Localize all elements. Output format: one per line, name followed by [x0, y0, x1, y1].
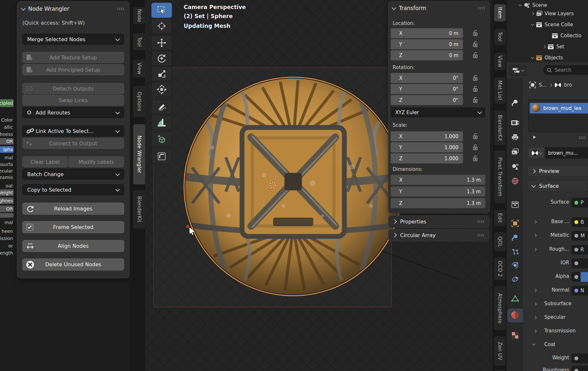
lock-icon[interactable] [471, 132, 479, 140]
lock-icon[interactable] [471, 40, 479, 48]
base-color-row[interactable]: Base ... B [523, 217, 588, 227]
preview-panel-header[interactable]: Preview [527, 165, 588, 177]
outliner-row-set[interactable]: Set [543, 42, 564, 51]
surface-panel-header[interactable]: Surface [527, 180, 588, 192]
tool-corner[interactable] [151, 149, 172, 164]
rotation-mode-dropdown[interactable]: XYZ Euler [391, 107, 485, 117]
drag-dots-icon[interactable] [478, 7, 485, 10]
tool-select-box[interactable] [151, 3, 172, 18]
coat-row[interactable]: Coat [523, 340, 588, 350]
scale-z-field[interactable]: Z 1.000 [391, 153, 463, 163]
tab-node-wrangler[interactable]: Node Wrangler [133, 124, 146, 185]
scale-y-field[interactable]: Y 1.000 [391, 142, 463, 152]
expand-open-icon[interactable] [519, 3, 522, 6]
lock-icon[interactable] [471, 74, 479, 82]
tab-object[interactable] [509, 218, 521, 229]
lock-icon[interactable] [471, 29, 479, 37]
expand-open-icon[interactable] [531, 23, 534, 26]
tab-output[interactable] [509, 131, 521, 143]
tab-ocd2[interactable]: OCD 2 [494, 257, 506, 281]
properties-collapsed-panel[interactable]: Properties [388, 215, 489, 228]
tab-render[interactable] [509, 117, 521, 128]
material-slot-list[interactable]: brown_mud_lea [528, 99, 588, 132]
rotation-y-field[interactable]: Y 0° [391, 84, 463, 94]
tab-edit[interactable]: Edit [494, 209, 506, 226]
node-value-field[interactable]: Veight [0, 189, 14, 196]
normal-row[interactable]: Normal N [523, 286, 588, 295]
node-value-field[interactable] [0, 213, 14, 218]
scale-x-field[interactable]: X 1.000 [391, 131, 463, 141]
alpha-field[interactable] [571, 272, 588, 282]
node-header-principled[interactable]: rincipled [0, 99, 14, 107]
align-nodes-button[interactable]: Align Nodes [22, 240, 124, 252]
tab-scene[interactable] [509, 161, 521, 172]
editor-type-button[interactable] [509, 65, 527, 76]
drag-dots-icon[interactable] [477, 220, 484, 223]
search-field[interactable]: Search [543, 65, 588, 75]
tab-object-data[interactable] [509, 293, 521, 304]
node-value-field[interactable]: OR [0, 206, 14, 212]
coat-roughness-field[interactable] [571, 366, 588, 371]
tab-texture[interactable] [509, 329, 521, 341]
add-texture-setup-button[interactable]: Add Texture Setup [22, 52, 124, 63]
tool-move[interactable] [151, 35, 172, 50]
tab-blenderkit[interactable]: BlenderKit [133, 190, 146, 229]
expand-icon[interactable] [534, 303, 537, 306]
rotation-z-field[interactable]: Z 0° [391, 95, 463, 105]
tab-blenderkit-right[interactable]: BlenderKit [494, 110, 506, 146]
expand-open-icon[interactable] [531, 56, 534, 59]
collapse-chevron-icon[interactable] [21, 6, 26, 10]
tab-material[interactable] [509, 309, 521, 321]
tab-tool[interactable]: Tool [133, 33, 146, 51]
tab-modifiers[interactable] [509, 232, 521, 244]
location-y-field[interactable]: Y 0 m [391, 39, 463, 49]
tab-options[interactable]: Options [133, 86, 146, 117]
tab-physics[interactable] [509, 259, 521, 271]
surface-row[interactable]: Surface P [523, 198, 588, 208]
tab-view[interactable]: View [133, 59, 146, 78]
link-active-dropdown[interactable]: Link Active To Select... [22, 126, 124, 137]
connect-to-output-button[interactable]: Connect to Output [22, 138, 124, 149]
reload-images-button[interactable]: Reload Images [22, 203, 124, 215]
expand-icon[interactable] [534, 316, 537, 319]
tab-pivot-transform[interactable]: Pivot Transform [494, 150, 506, 204]
node-value-field[interactable]: OR [0, 138, 14, 145]
lock-icon[interactable] [471, 143, 479, 151]
tool-measure[interactable] [151, 115, 172, 130]
ior-row[interactable]: IOR [523, 258, 588, 268]
tab-world[interactable] [509, 175, 521, 187]
tab-atmosphere[interactable]: Atmosphere [494, 286, 506, 330]
metallic-field[interactable]: M [571, 231, 588, 241]
tab-zen-uv[interactable]: Zen UV [494, 336, 506, 366]
tab-tool-right[interactable]: Tool [494, 28, 506, 45]
tab-view-right[interactable]: View [494, 53, 506, 70]
node-value-field[interactable]: oughnes [0, 197, 14, 204]
drag-dots-icon[interactable] [477, 234, 484, 237]
base-color-field[interactable]: B [571, 217, 588, 227]
lock-icon[interactable] [471, 96, 479, 104]
batch-change-dropdown[interactable]: Batch Change [22, 169, 124, 180]
location-x-field[interactable]: X 0 m [391, 28, 463, 38]
metallic-row[interactable]: Metallic M [523, 231, 588, 241]
tab-collection-props[interactable] [509, 199, 521, 210]
coat-roughness-row[interactable]: Roughness [523, 366, 588, 371]
rotation-x-field[interactable]: X 0° [391, 73, 463, 83]
drag-dots-icon[interactable] [117, 7, 124, 10]
sphere-object[interactable] [181, 75, 405, 298]
outliner-row-objects[interactable]: Objects [531, 53, 563, 62]
copy-to-selected-dropdown[interactable]: Copy to Selected [22, 184, 124, 195]
tab-item[interactable]: Item [494, 4, 506, 22]
normal-field[interactable]: N [571, 286, 588, 295]
delete-unused-nodes-button[interactable]: Delete Unused Nodes [22, 258, 124, 270]
add-principled-setup-button[interactable]: Add Principled Setup [22, 64, 124, 75]
tool-annotate[interactable] [151, 99, 172, 114]
swap-links-button[interactable]: Swap Links [22, 95, 124, 106]
expand-open-icon[interactable] [532, 342, 536, 346]
outliner-row-view-layers[interactable]: View Layers [531, 9, 574, 18]
outliner-row-scene-collection[interactable]: Scene Colle [531, 20, 573, 29]
tab-node[interactable]: Node [133, 7, 146, 24]
breadcrumb-material[interactable]: bro [564, 82, 572, 88]
expand-icon[interactable] [534, 330, 537, 333]
detach-outputs-button[interactable]: Detach Outputs [22, 83, 124, 94]
clear-label-button[interactable]: Clear Label [22, 156, 68, 167]
